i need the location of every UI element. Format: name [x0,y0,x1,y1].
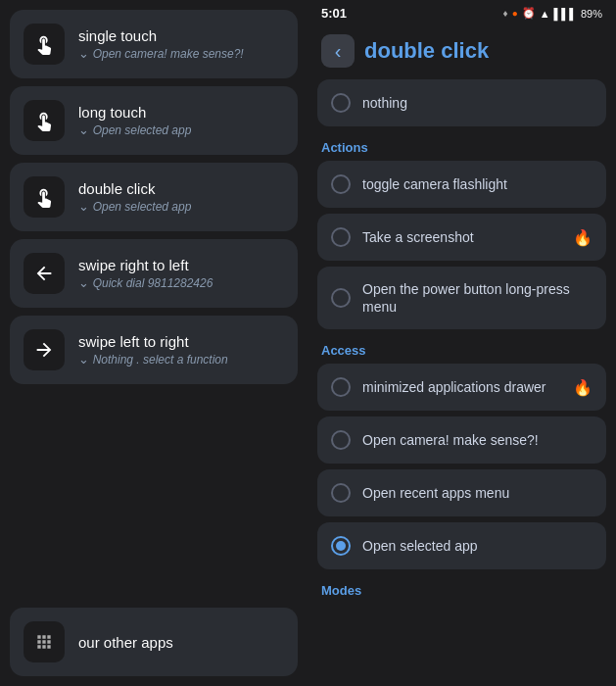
swipe-rtl-subtitle: Quick dial 9811282426 [78,275,213,290]
orange-dot-icon: ● [512,8,518,19]
swipe-ltr-subtitle: Nothing . select a function [78,352,228,367]
double-click-subtitle: Open selected app [78,199,191,214]
gesture-item-double-click[interactable]: double click Open selected app [10,163,298,231]
option-toggle-flashlight[interactable]: toggle camera flashlight [317,161,606,208]
status-time: 5:01 [321,6,347,21]
gesture-text-single-touch: single touch Open camera! make sense?! [78,27,244,61]
gesture-text-swipe-right-to-left: swipe right to left Quick dial 981128242… [78,257,213,290]
long-touch-icon [24,100,65,141]
single-touch-icon [24,24,65,65]
option-open-camera-label: Open camera! make sense?! [362,432,592,448]
take-screenshot-fire-icon: 🔥 [573,228,592,247]
option-open-selected-app[interactable]: Open selected app [317,522,606,569]
swipe-ltr-title: swipe left to right [78,333,228,350]
gesture-item-long-touch[interactable]: long touch Open selected app [10,86,298,155]
option-nothing[interactable]: nothing [317,79,606,126]
radio-open-camera [331,430,351,450]
wifi-icon: ▲ [540,8,550,20]
swipe-left-to-right-icon [24,329,65,370]
option-open-selected-app-label: Open selected app [362,538,592,554]
section-modes-label: Modes [317,575,606,604]
radio-open-power-menu [331,288,351,308]
gesture-text-double-click: double click Open selected app [78,180,191,214]
detail-header: ‹ double click [308,24,616,79]
right-panel: 5:01 ♦ ● ⏰ ▲ ▌▌▌ 89% ‹ double click noth… [308,0,616,686]
option-minimized-apps-drawer[interactable]: minimized applications drawer 🔥 [317,364,606,411]
option-take-screenshot[interactable]: Take a screenshot 🔥 [317,214,606,261]
battery-text: 89% [581,8,602,20]
radio-take-screenshot [331,227,351,247]
gesture-item-swipe-left-to-right[interactable]: swipe left to right Nothing . select a f… [10,316,298,384]
radio-open-selected-app [331,536,351,556]
other-apps-item[interactable]: our other apps [10,608,298,676]
gesture-item-single-touch[interactable]: single touch Open camera! make sense?! [10,10,298,78]
option-nothing-label: nothing [362,95,592,111]
gesture-text-long-touch: long touch Open selected app [78,104,191,137]
swipe-rtl-title: swipe right to left [78,257,213,273]
signal-icon: ▌▌▌ [554,8,577,20]
single-touch-title: single touch [78,27,244,44]
section-actions-label: Actions [317,132,606,161]
gesture-text-swipe-ltr: swipe left to right Nothing . select a f… [78,333,228,367]
double-click-title: double click [78,180,191,197]
single-touch-subtitle: Open camera! make sense?! [78,46,244,61]
minimized-apps-fire-icon: 🔥 [573,378,592,397]
back-icon: ‹ [335,41,342,61]
left-panel: single touch Open camera! make sense?! l… [0,0,308,686]
option-open-recent-apps[interactable]: Open recent apps menu [317,469,606,516]
radio-minimized-apps [331,377,351,397]
option-open-power-menu-label: Open the power button long-pressmenu [362,280,592,316]
detail-title: double click [364,38,489,64]
radio-nothing [331,93,351,113]
option-minimized-apps-label: minimized applications drawer [362,379,561,395]
option-open-camera[interactable]: Open camera! make sense?! [317,416,606,464]
radio-open-recent-apps [331,483,351,503]
long-touch-subtitle: Open selected app [78,122,191,137]
back-button[interactable]: ‹ [321,34,355,68]
option-open-recent-apps-label: Open recent apps menu [362,485,592,501]
right-content: nothing Actions toggle camera flashlight… [308,79,616,686]
grid-icon [24,621,65,662]
option-toggle-flashlight-label: toggle camera flashlight [362,176,592,192]
status-bar: 5:01 ♦ ● ⏰ ▲ ▌▌▌ 89% [308,0,616,24]
long-touch-title: long touch [78,104,191,121]
other-apps-label: our other apps [78,634,173,651]
section-access-label: Access [317,335,606,364]
status-right-icons: ♦ ● ⏰ ▲ ▌▌▌ 89% [503,7,602,20]
alarm-icon: ⏰ [522,7,536,20]
gesture-item-swipe-right-to-left[interactable]: swipe right to left Quick dial 981128242… [10,239,298,308]
notification-dot-icon: ♦ [503,8,508,19]
swipe-right-to-left-icon [24,253,65,294]
double-click-icon [24,176,65,218]
radio-toggle-flashlight [331,174,351,194]
option-open-power-menu[interactable]: Open the power button long-pressmenu [317,267,606,329]
option-take-screenshot-label: Take a screenshot [362,229,561,245]
